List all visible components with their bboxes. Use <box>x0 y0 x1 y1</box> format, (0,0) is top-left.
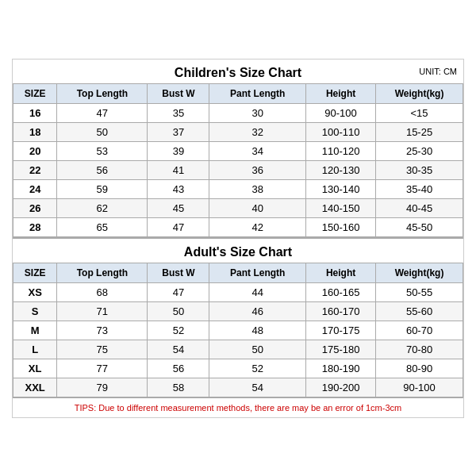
table-cell: 75 <box>57 340 148 359</box>
children-col-size: SIZE <box>13 83 57 103</box>
table-cell: 59 <box>57 179 148 198</box>
table-row: XXL795854190-20090-100 <box>13 378 463 397</box>
table-cell: 180-190 <box>306 359 376 378</box>
table-cell: 43 <box>148 179 209 198</box>
adult-col-size: SIZE <box>13 263 57 282</box>
table-cell: 44 <box>209 282 306 301</box>
table-cell: 140-150 <box>306 198 376 217</box>
table-cell: 170-175 <box>306 321 376 340</box>
table-cell: 56 <box>57 160 148 179</box>
table-cell: 68 <box>57 282 148 301</box>
table-cell: 46 <box>209 301 306 321</box>
table-cell: 160-170 <box>306 301 376 321</box>
table-cell: 20 <box>13 141 57 160</box>
children-col-weight: Weight(kg) <box>376 83 463 103</box>
table-cell: 100-110 <box>306 122 376 141</box>
adult-header-row: SIZE Top Length Bust W Pant Length Heigh… <box>13 263 463 282</box>
table-row: M735248170-17560-70 <box>13 321 463 340</box>
table-cell: 54 <box>209 378 306 397</box>
table-cell: XL <box>13 359 57 378</box>
table-cell: 30-35 <box>376 160 463 179</box>
table-cell: 45-50 <box>376 217 463 236</box>
table-cell: 50-55 <box>376 282 463 301</box>
table-cell: 47 <box>57 103 148 122</box>
table-cell: 39 <box>148 141 209 160</box>
table-row: 22564136120-13030-35 <box>13 160 463 179</box>
table-cell: XS <box>13 282 57 301</box>
table-cell: 26 <box>13 198 57 217</box>
table-cell: L <box>13 340 57 359</box>
table-cell: 90-100 <box>306 103 376 122</box>
table-cell: 36 <box>209 160 306 179</box>
table-cell: 28 <box>13 217 57 236</box>
table-row: 1647353090-100<15 <box>13 103 463 122</box>
children-section-title: Children's Size Chart UNIT: CM <box>13 60 463 83</box>
table-cell: 50 <box>57 122 148 141</box>
table-cell: 16 <box>13 103 57 122</box>
adult-col-bust-w: Bust W <box>148 263 209 282</box>
table-row: 24594338130-14035-40 <box>13 179 463 198</box>
table-cell: 24 <box>13 179 57 198</box>
table-row: XS684744160-16550-55 <box>13 282 463 301</box>
table-cell: M <box>13 321 57 340</box>
children-title-text: Children's Size Chart <box>175 66 301 79</box>
table-cell: 30 <box>209 103 306 122</box>
table-cell: 120-130 <box>306 160 376 179</box>
table-cell: 45 <box>148 198 209 217</box>
adult-col-pant-length: Pant Length <box>209 263 306 282</box>
table-cell: 37 <box>148 122 209 141</box>
table-cell: 55-60 <box>376 301 463 321</box>
table-cell: 18 <box>13 122 57 141</box>
table-cell: 25-30 <box>376 141 463 160</box>
table-cell: 58 <box>148 378 209 397</box>
children-unit-label: UNIT: CM <box>419 67 457 76</box>
table-cell: 70-80 <box>376 340 463 359</box>
adult-title-text: Adult's Size Chart <box>184 245 292 259</box>
tips-text: TIPS: Due to different measurement metho… <box>13 397 463 417</box>
adult-section-title: Adult's Size Chart <box>13 237 463 263</box>
table-cell: 73 <box>57 321 148 340</box>
table-cell: 42 <box>209 217 306 236</box>
table-cell: 175-180 <box>306 340 376 359</box>
table-cell: 48 <box>209 321 306 340</box>
table-cell: 52 <box>148 321 209 340</box>
children-col-top-length: Top Length <box>57 83 148 103</box>
table-cell: 35 <box>148 103 209 122</box>
table-cell: S <box>13 301 57 321</box>
table-row: L755450175-18070-80 <box>13 340 463 359</box>
children-size-table: SIZE Top Length Bust W Pant Length Heigh… <box>13 83 463 237</box>
table-cell: 53 <box>57 141 148 160</box>
table-cell: 79 <box>57 378 148 397</box>
adult-col-weight: Weight(kg) <box>376 263 463 282</box>
table-cell: <15 <box>376 103 463 122</box>
adult-col-top-length: Top Length <box>57 263 148 282</box>
table-row: 18503732100-11015-25 <box>13 122 463 141</box>
table-cell: 38 <box>209 179 306 198</box>
adult-col-height: Height <box>306 263 376 282</box>
table-cell: 22 <box>13 160 57 179</box>
children-col-pant-length: Pant Length <box>209 83 306 103</box>
table-cell: 62 <box>57 198 148 217</box>
table-cell: 41 <box>148 160 209 179</box>
children-col-bust-w: Bust W <box>148 83 209 103</box>
table-cell: 77 <box>57 359 148 378</box>
table-row: XL775652180-19080-90 <box>13 359 463 378</box>
table-cell: 32 <box>209 122 306 141</box>
size-chart-container: Children's Size Chart UNIT: CM SIZE Top … <box>12 59 464 418</box>
table-cell: 110-120 <box>306 141 376 160</box>
table-cell: 150-160 <box>306 217 376 236</box>
adult-size-table: SIZE Top Length Bust W Pant Length Heigh… <box>13 263 463 397</box>
table-cell: 90-100 <box>376 378 463 397</box>
table-cell: 52 <box>209 359 306 378</box>
table-cell: 50 <box>209 340 306 359</box>
table-row: 20533934110-12025-30 <box>13 141 463 160</box>
table-cell: 34 <box>209 141 306 160</box>
table-row: 26624540140-15040-45 <box>13 198 463 217</box>
table-cell: 190-200 <box>306 378 376 397</box>
table-cell: 54 <box>148 340 209 359</box>
table-cell: 56 <box>148 359 209 378</box>
table-cell: 35-40 <box>376 179 463 198</box>
table-cell: 50 <box>148 301 209 321</box>
children-col-height: Height <box>306 83 376 103</box>
table-row: S715046160-17055-60 <box>13 301 463 321</box>
